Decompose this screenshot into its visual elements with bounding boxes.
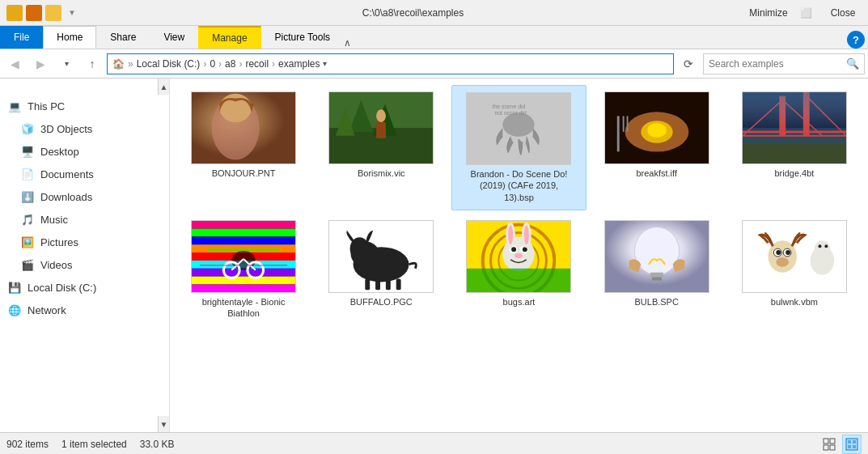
desktop-icon: 🖥️ <box>19 143 36 159</box>
videos-icon: 🎬 <box>19 257 36 273</box>
thumbnail-brightentayle <box>191 220 296 293</box>
svg-point-17 <box>647 123 667 138</box>
file-name-borismix: Borismix.vic <box>358 168 405 179</box>
search-box: 🔍 <box>703 53 865 74</box>
manage-label: Manage <box>212 32 247 44</box>
back-button[interactable]: ◀ <box>3 53 26 75</box>
this-pc-icon: 💻 <box>6 98 23 114</box>
file-item-bulwnk[interactable]: bulwnk.vbm <box>727 214 862 326</box>
path-local-disk[interactable]: Local Disk (C:) <box>137 58 201 70</box>
sidebar-scroll-up[interactable]: ▲ <box>158 78 169 95</box>
svg-rect-20 <box>626 116 628 132</box>
path-recoil[interactable]: recoil <box>245 58 269 70</box>
sidebar-item-label-pictures: Pictures <box>40 236 78 248</box>
status-bar: 902 items 1 item selected 33.0 KB <box>0 432 868 454</box>
title-bar: ▼ C:\0\a8\recoil\examples Minimize ⬜ Clo… <box>0 0 868 26</box>
tab-file[interactable]: File <box>0 26 43 49</box>
file-item-brightentayle[interactable]: brightentayle - Bionic Biathlon <box>176 214 311 326</box>
file-item-brandon[interactable]: the scene did not occur did Brandon - Do… <box>451 85 586 210</box>
address-path[interactable]: 🏠 » Local Disk (C:) › 0 › a8 › recoil › … <box>107 53 674 74</box>
sidebar-item-local-disk[interactable]: 💾 Local Disk (C:) <box>0 276 169 299</box>
network-icon: 🌐 <box>6 302 23 318</box>
view-controls <box>819 435 862 454</box>
ribbon-tabs: File Home Share View Manage Picture Tool… <box>0 26 868 49</box>
sidebar-item-label-downloads: Downloads <box>40 191 92 203</box>
path-a8[interactable]: a8 <box>225 58 235 70</box>
file-item-bugs[interactable]: bugs.art <box>451 214 586 326</box>
file-item-bulb[interactable]: BULB.SPC <box>590 214 724 326</box>
svg-point-11 <box>503 112 535 137</box>
ribbon-chevron[interactable]: ∧ <box>344 37 351 49</box>
close-button[interactable]: Close <box>824 0 862 26</box>
app-icon-gold <box>45 5 61 21</box>
recent-locations-button[interactable]: ▾ <box>55 53 78 75</box>
svg-rect-96 <box>848 440 851 443</box>
help-button[interactable]: ? <box>847 31 865 49</box>
svg-point-84 <box>776 257 789 267</box>
maximize-button[interactable]: ⬜ <box>787 0 824 26</box>
title-bar-icons: ▼ <box>6 5 76 21</box>
sidebar-item-desktop[interactable]: 🖥️ Desktop <box>0 140 169 163</box>
sidebar-item-downloads[interactable]: ⬇️ Downloads <box>0 185 169 208</box>
refresh-button[interactable]: ⟳ <box>677 53 700 75</box>
svg-rect-57 <box>386 278 391 290</box>
thumbnail-bulb <box>604 220 709 293</box>
thumbnail-breakfst <box>604 91 709 164</box>
sidebar-item-this-pc[interactable]: 💻 This PC <box>0 95 169 117</box>
thumbnail-bulwnk <box>742 220 847 293</box>
svg-rect-76 <box>650 273 663 278</box>
up-button[interactable]: ↑ <box>81 53 104 75</box>
tab-home[interactable]: Home <box>43 26 96 49</box>
sidebar-item-label-desktop: Desktop <box>40 146 79 158</box>
sidebar-item-label-local-disk: Local Disk (C:) <box>28 282 96 294</box>
sidebar-item-videos[interactable]: 🎬 Videos <box>0 253 169 276</box>
sidebar-item-network[interactable]: 🌐 Network <box>0 299 169 321</box>
file-item-borismix[interactable]: Borismix.vic <box>314 85 448 210</box>
svg-point-8 <box>376 109 386 122</box>
file-item-bonjour[interactable]: BONJOUR.PNT <box>176 85 311 210</box>
tab-share[interactable]: Share <box>96 26 150 49</box>
svg-point-83 <box>785 250 790 255</box>
thumbnail-bonjour <box>191 91 296 164</box>
address-bar: ◀ ▶ ▾ ↑ 🏠 » Local Disk (C:) › 0 › a8 › r… <box>0 49 868 78</box>
svg-rect-35 <box>192 221 295 229</box>
minimize-button[interactable]: Minimize <box>750 0 787 26</box>
svg-text:not occur did: not occur did <box>495 110 527 116</box>
sidebar-scroll-down[interactable]: ▼ <box>158 416 169 432</box>
downloads-icon: ⬇️ <box>19 189 36 205</box>
sidebar-item-3d-objects[interactable]: 🧊 3D Objects <box>0 117 169 140</box>
file-item-bridge[interactable]: bridge.4bt <box>727 85 862 210</box>
tab-manage[interactable]: Manage <box>198 26 260 49</box>
svg-text:the scene did: the scene did <box>493 104 526 109</box>
sidebar-item-pictures[interactable]: 🖼️ Pictures <box>0 231 169 253</box>
large-icons-view-button[interactable] <box>842 435 862 454</box>
forward-button[interactable]: ▶ <box>29 53 52 75</box>
file-item-breakfst[interactable]: breakfst.iff <box>590 85 724 210</box>
thumbnail-brandon: the scene did not occur did <box>466 92 571 165</box>
sidebar-item-music[interactable]: 🎵 Music <box>0 208 169 231</box>
tab-picture-tools[interactable]: Picture Tools <box>261 26 344 49</box>
thumbnail-borismix <box>328 91 434 164</box>
path-dropdown[interactable]: ▾ <box>323 59 327 68</box>
sidebar-item-label-network: Network <box>28 304 66 316</box>
sidebar-item-documents[interactable]: 📄 Documents <box>0 163 169 185</box>
search-input[interactable] <box>709 58 846 70</box>
file-item-buffalo[interactable]: BUFFALO.PGC <box>314 214 448 326</box>
search-icon[interactable]: 🔍 <box>846 57 859 70</box>
svg-rect-42 <box>192 277 295 285</box>
path-0[interactable]: 0 <box>210 58 215 70</box>
small-icons-view-button[interactable] <box>819 435 839 454</box>
content-area[interactable]: BONJOUR.PNT B <box>170 78 868 432</box>
file-name-breakfst: breakfst.iff <box>636 168 677 179</box>
app-icon-yellow <box>6 5 23 21</box>
window-controls: Minimize ⬜ Close <box>750 0 862 26</box>
tab-view[interactable]: View <box>150 26 198 49</box>
svg-rect-37 <box>192 236 295 244</box>
svg-rect-73 <box>467 269 570 293</box>
sidebar: ▲ 💻 This PC 🧊 3D Objects 🖥️ Desktop 📄 Do… <box>0 78 170 432</box>
svg-rect-98 <box>848 445 851 448</box>
path-examples[interactable]: examples <box>278 58 320 70</box>
file-name-brandon: Brandon - Do Scene Do! (2019) (CAFe 2019… <box>466 168 571 203</box>
svg-rect-43 <box>192 284 295 292</box>
3d-objects-icon: 🧊 <box>19 121 36 137</box>
